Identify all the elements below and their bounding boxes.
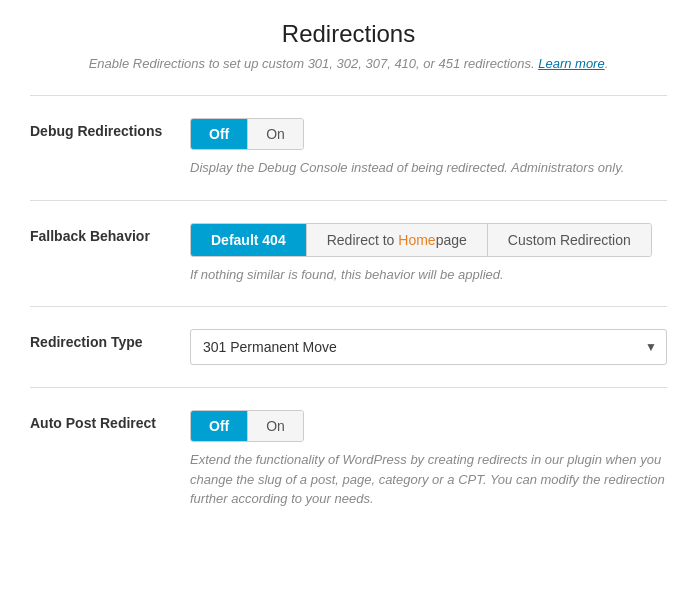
fallback-custom-button[interactable]: Custom Redirection — [488, 224, 651, 256]
debug-off-button[interactable]: Off — [191, 119, 248, 149]
fallback-behavior-label: Fallback Behavior — [30, 223, 190, 247]
auto-post-help-text: Extend the functionality of WordPress by… — [190, 450, 667, 509]
fallback-homepage-button[interactable]: Redirect to Homepage — [307, 224, 488, 256]
debug-redirections-label: Debug Redirections — [30, 118, 190, 142]
redirection-type-label: Redirection Type — [30, 329, 190, 353]
page-subtitle: Enable Redirections to set up custom 301… — [30, 56, 667, 71]
redirection-type-row: Redirection Type 301 Permanent Move 302 … — [30, 307, 667, 388]
auto-post-redirect-label: Auto Post Redirect — [30, 410, 190, 434]
learn-more-link[interactable]: Learn more — [538, 56, 604, 71]
page-title: Redirections — [30, 20, 667, 48]
debug-toggle-group: Off On — [190, 118, 304, 150]
fallback-help-text: If nothing similar is found, this behavi… — [190, 265, 667, 285]
page-container: Redirections Enable Redirections to set … — [0, 0, 697, 561]
debug-redirections-row: Debug Redirections Off On Display the De… — [30, 96, 667, 201]
auto-post-off-button[interactable]: Off — [191, 411, 248, 441]
redirection-type-select-wrapper: 301 Permanent Move 302 Found 307 Tempora… — [190, 329, 667, 365]
fallback-default404-button[interactable]: Default 404 — [191, 224, 307, 256]
debug-help-text: Display the Debug Console instead of bei… — [190, 158, 667, 178]
homepage-highlight: Home — [398, 232, 435, 248]
redirection-type-select[interactable]: 301 Permanent Move 302 Found 307 Tempora… — [190, 329, 667, 365]
auto-post-toggle-group: Off On — [190, 410, 304, 442]
auto-post-redirect-row: Auto Post Redirect Off On Extend the fun… — [30, 388, 667, 531]
debug-on-button[interactable]: On — [248, 119, 303, 149]
redirection-type-content: 301 Permanent Move 302 Found 307 Tempora… — [190, 329, 667, 365]
auto-post-on-button[interactable]: On — [248, 411, 303, 441]
auto-post-redirect-content: Off On Extend the functionality of WordP… — [190, 410, 667, 509]
fallback-button-group: Default 404 Redirect to Homepage Custom … — [190, 223, 652, 257]
fallback-behavior-content: Default 404 Redirect to Homepage Custom … — [190, 223, 667, 285]
fallback-behavior-row: Fallback Behavior Default 404 Redirect t… — [30, 201, 667, 308]
debug-redirections-content: Off On Display the Debug Console instead… — [190, 118, 667, 178]
